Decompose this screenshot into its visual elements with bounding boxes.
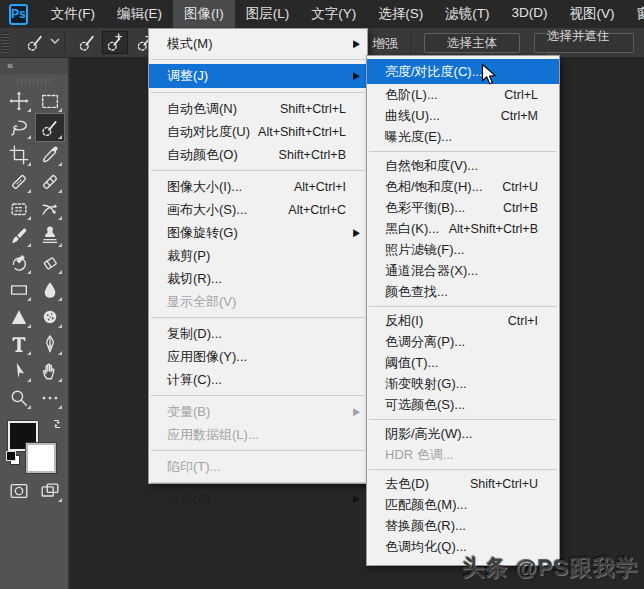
zoom-tool-icon [8, 387, 30, 409]
menu-item[interactable]: 自动颜色(O)Shift+Ctrl+B [149, 143, 367, 166]
type-tool-icon [8, 333, 30, 355]
menubar-item[interactable]: 视图(V) [558, 0, 625, 28]
menu-bar: Ps 文件(F)编辑(E)图像(I)图层(L)文字(Y)选择(S)滤镜(T)3D… [0, 0, 644, 28]
menubar-item[interactable]: 滤镜(T) [434, 0, 500, 28]
menu-item[interactable]: 替换颜色(R)... [367, 515, 559, 536]
quick-mask-button[interactable] [5, 477, 33, 504]
menu-item[interactable]: 渐变映射(G)... [367, 373, 559, 394]
menu-item[interactable]: 自然饱和度(V)... [367, 155, 559, 176]
menu-item[interactable]: 陷印(T)... [149, 455, 367, 478]
background-color-swatch[interactable] [26, 443, 56, 473]
sponge-tool[interactable] [36, 303, 64, 330]
select-subject-button[interactable]: 选择主体 [424, 33, 520, 53]
menu-item[interactable]: 色彩平衡(B)...Ctrl+B [367, 197, 559, 218]
menu-item[interactable]: 分析(A)▶ [149, 487, 367, 510]
menubar-item[interactable]: 编辑(E) [106, 0, 173, 28]
menu-item[interactable]: 复制(D)... [149, 322, 367, 345]
mouse-cursor [481, 63, 499, 87]
crop-tool[interactable] [5, 141, 33, 168]
menu-item[interactable]: 曲线(U)...Ctrl+M [367, 105, 559, 126]
menu-item[interactable]: 色相/饱和度(H)...Ctrl+U [367, 176, 559, 197]
healing-brush-tool[interactable] [36, 168, 64, 195]
menu-item[interactable]: 应用图像(Y)... [149, 345, 367, 368]
menu-item[interactable]: 图像旋转(G)▶ [149, 221, 367, 244]
menubar-item[interactable]: 文件(F) [40, 0, 106, 28]
swap-colors-icon[interactable] [50, 417, 64, 431]
blur-tool[interactable] [36, 276, 64, 303]
spot-healing-brush-tool[interactable] [5, 168, 33, 195]
content-aware-move-tool[interactable] [36, 195, 64, 222]
select-and-mask-button[interactable]: 选择并遮住 ... [534, 33, 634, 53]
eyedropper-tool-icon [39, 144, 61, 166]
dodge-tool[interactable] [5, 303, 33, 330]
panel-collapse-button[interactable]: « [0, 57, 68, 74]
path-selection-tool[interactable] [5, 357, 33, 384]
pen-tool-icon [39, 333, 61, 355]
eyedropper-tool[interactable] [36, 141, 64, 168]
add-to-selection-icon[interactable] [102, 31, 128, 54]
menu-item[interactable]: 显示全部(V) [149, 290, 367, 313]
move-tool[interactable] [5, 87, 33, 114]
lasso-tool[interactable] [5, 114, 33, 141]
options-bar-grip[interactable] [2, 32, 9, 53]
menu-item[interactable]: 应用数据组(L)... [149, 423, 367, 446]
menu-item[interactable]: 阴影/高光(W)... [367, 423, 559, 444]
menu-item[interactable]: 自动对比度(U)Alt+Shift+Ctrl+L [149, 120, 367, 143]
gradient-tool[interactable] [5, 276, 33, 303]
menu-item[interactable]: 变量(B)▶ [149, 400, 367, 423]
menu-item[interactable]: 调整(J)▶ [149, 64, 367, 88]
history-brush-tool[interactable] [5, 249, 33, 276]
menu-item[interactable]: 裁剪(P) [149, 244, 367, 267]
options-divider [410, 32, 411, 53]
chevron-down-icon[interactable] [50, 38, 60, 45]
menu-item[interactable]: 画布大小(S)...Alt+Ctrl+C [149, 198, 367, 221]
sponge-tool-icon [39, 306, 61, 328]
menubar-item[interactable]: 选择(S) [367, 0, 434, 28]
pen-tool[interactable] [36, 330, 64, 357]
type-tool[interactable] [5, 330, 33, 357]
menu-item[interactable]: 色阶(L)...Ctrl+L [367, 84, 559, 105]
brush-tool[interactable] [5, 222, 33, 249]
menu-item[interactable]: 反相(I)Ctrl+I [367, 310, 559, 331]
panel-grip[interactable] [17, 78, 51, 85]
menu-item[interactable]: 照片滤镜(F)... [367, 239, 559, 260]
menu-item[interactable]: 黑白(K)...Alt+Shift+Ctrl+B [367, 218, 559, 239]
marquee-tool[interactable] [36, 87, 64, 114]
brush-tool-icon [8, 225, 30, 247]
new-selection-icon[interactable] [74, 31, 100, 54]
menu-item[interactable]: 自动色调(N)Shift+Ctrl+L [149, 97, 367, 120]
default-colors-icon[interactable] [6, 451, 20, 465]
menu-item[interactable]: 曝光度(E)... [367, 126, 559, 147]
menu-item[interactable]: 裁切(R)... [149, 267, 367, 290]
menu-item[interactable]: 通道混合器(X)... [367, 260, 559, 281]
menu-item[interactable]: 图像大小(I)...Alt+Ctrl+I [149, 175, 367, 198]
menubar-item[interactable]: 图像(I) [173, 0, 235, 28]
eraser-tool[interactable] [36, 249, 64, 276]
menu-separator [151, 482, 365, 483]
menu-separator [369, 419, 557, 420]
menubar-item[interactable]: 文字(Y) [300, 0, 367, 28]
menubar-item[interactable]: 图层(L) [235, 0, 301, 28]
hand-tool-icon [39, 360, 61, 382]
content-aware-move-tool-icon [39, 198, 61, 220]
menu-item[interactable]: 阈值(T)... [367, 352, 559, 373]
menu-item[interactable]: 模式(M)▶ [149, 32, 367, 55]
zoom-tool[interactable] [5, 384, 33, 411]
quick-selection-tool[interactable] [36, 114, 64, 141]
menu-item[interactable]: 可选颜色(S)... [367, 394, 559, 415]
menu-item[interactable]: 去色(D)Shift+Ctrl+U [367, 473, 559, 494]
menu-item[interactable]: 颜色查找... [367, 281, 559, 302]
patch-tool[interactable] [5, 195, 33, 222]
menu-item[interactable]: 亮度/对比度(C)... [367, 59, 559, 84]
screen-mode-button[interactable] [36, 477, 64, 504]
menu-item[interactable]: HDR 色调... [367, 444, 559, 465]
menubar-item[interactable]: 窗口(W) [625, 0, 644, 28]
more-tools[interactable] [36, 384, 64, 411]
hand-tool[interactable] [36, 357, 64, 384]
menu-item[interactable]: 匹配颜色(M)... [367, 494, 559, 515]
clone-stamp-tool[interactable] [36, 222, 64, 249]
menubar-item[interactable]: 3D(D) [500, 0, 558, 28]
menu-item[interactable]: 计算(C)... [149, 368, 367, 391]
menu-item[interactable]: 色调分离(P)... [367, 331, 559, 352]
tool-preset-icon[interactable] [22, 31, 48, 54]
